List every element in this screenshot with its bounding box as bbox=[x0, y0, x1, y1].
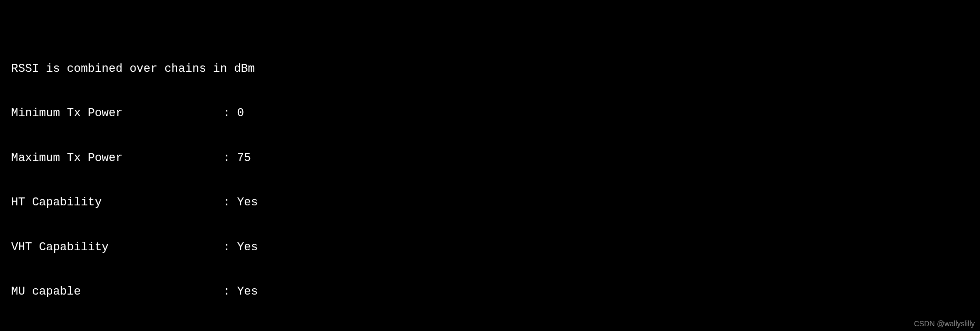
min-tx-power-row: Minimum Tx Power: 0 bbox=[4, 106, 976, 121]
kv-separator: : bbox=[223, 329, 237, 331]
watermark-text: CSDN @wallyslilly bbox=[914, 319, 975, 329]
ht-capability-label: HT Capability bbox=[4, 195, 223, 210]
max-tx-power-label: Maximum Tx Power bbox=[4, 151, 223, 166]
min-tx-power-label: Minimum Tx Power bbox=[4, 106, 223, 121]
kv-separator: : bbox=[223, 195, 237, 210]
max-tx-power-row: Maximum Tx Power: 75 bbox=[4, 151, 976, 166]
ht-capability-row: HT Capability: Yes bbox=[4, 195, 976, 210]
ht-capability-value: Yes bbox=[237, 195, 258, 210]
kv-separator: : bbox=[223, 285, 237, 299]
mu-capable-row: MU capable: Yes bbox=[4, 285, 976, 299]
kv-separator: : bbox=[223, 106, 237, 121]
kv-separator: : bbox=[223, 151, 237, 166]
snr-value: 54 bbox=[237, 329, 251, 331]
vht-capability-row: VHT Capability: Yes bbox=[4, 240, 976, 255]
snr-row: SNR: 54 bbox=[4, 329, 976, 331]
mu-capable-value: Yes bbox=[237, 285, 258, 299]
vht-capability-value: Yes bbox=[237, 240, 258, 255]
snr-label: SNR bbox=[4, 329, 223, 331]
rssi-note-line: RSSI is combined over chains in dBm bbox=[4, 62, 976, 77]
max-tx-power-value: 75 bbox=[237, 151, 251, 166]
vht-capability-label: VHT Capability bbox=[4, 240, 223, 255]
mu-capable-label: MU capable bbox=[4, 285, 223, 299]
kv-separator: : bbox=[223, 240, 237, 255]
min-tx-power-value: 0 bbox=[237, 106, 244, 121]
